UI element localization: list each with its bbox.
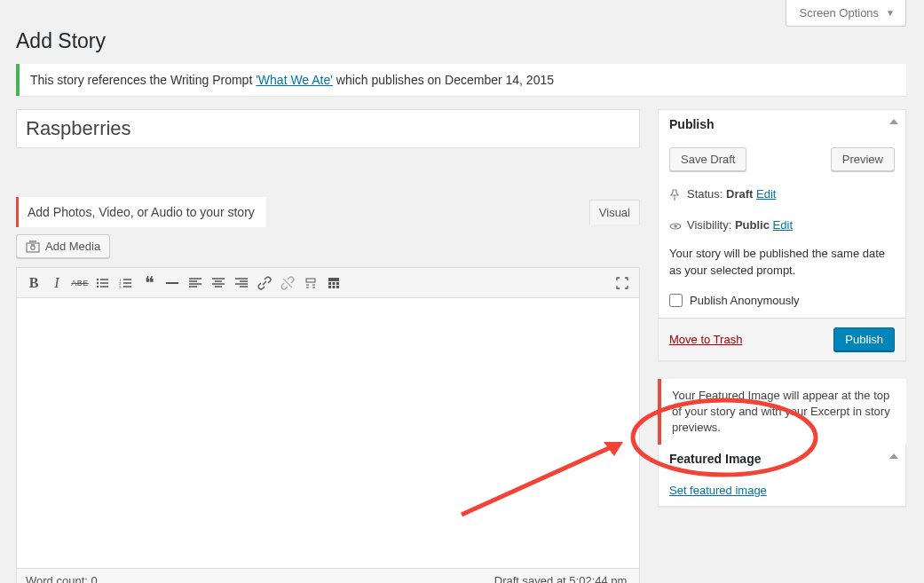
publish-anonymous-label: Publish Anonymously [690,294,800,307]
add-media-label: Add Media [45,240,100,253]
collapse-icon[interactable] [889,453,898,459]
svg-text:3: 3 [119,285,122,289]
notice-suffix: which publishes on December 14, 2015 [333,73,554,87]
editor-toolbar: B I ABE 123 ❝ [16,267,640,298]
add-media-button[interactable]: Add Media [16,234,110,258]
svg-rect-12 [336,282,339,285]
visibility-value: Public [735,218,770,232]
eye-icon [669,220,687,233]
link-button[interactable] [253,272,276,295]
svg-rect-14 [333,286,336,288]
svg-point-2 [97,278,99,280]
svg-rect-10 [328,282,331,285]
fullscreen-button[interactable] [611,272,634,295]
title-input[interactable] [16,109,640,148]
page-title: Add Story [16,29,906,53]
hr-button[interactable] [161,272,184,295]
publish-box-title: Publish [669,117,715,131]
collapse-icon[interactable] [889,119,898,124]
svg-rect-8 [306,279,315,282]
featured-image-box: Featured Image Set featured image [658,445,906,507]
visibility-edit-link[interactable]: Edit [773,218,793,232]
publish-anonymous-checkbox[interactable] [669,294,683,307]
notice-prefix: This story references the Writing Prompt [30,73,256,87]
blockquote-button[interactable]: ❝ [138,272,161,295]
svg-point-1 [31,245,35,248]
svg-rect-13 [328,286,331,288]
status-value: Draft [726,187,753,201]
align-center-button[interactable] [207,272,230,295]
screen-options-button[interactable]: Screen Options ▼ [786,0,906,27]
preview-button[interactable]: Preview [831,147,895,171]
strike-button[interactable]: ABE [68,272,91,295]
svg-rect-9 [328,278,339,281]
editor-status-bar: Word count: 0 Draft saved at 5:02:44 pm. [16,569,640,583]
featured-image-hint: Your Featured Image will appear at the t… [658,379,906,445]
svg-point-3 [97,281,99,283]
prompt-notice: This story references the Writing Prompt… [16,64,906,96]
screen-options-label: Screen Options [799,6,879,20]
status-edit-link[interactable]: Edit [756,187,776,201]
italic-button[interactable]: I [45,272,68,295]
numbered-list-button[interactable]: 123 [115,272,138,295]
featured-image-title: Featured Image [669,452,761,466]
align-right-button[interactable] [230,272,253,295]
content-editor[interactable] [16,298,640,569]
align-left-button[interactable] [184,272,207,295]
more-button[interactable] [299,272,322,295]
publish-date-text: Your story will be published the same da… [659,240,905,288]
bullet-list-button[interactable] [91,272,115,295]
chevron-down-icon: ▼ [886,8,895,18]
draft-saved-time: Draft saved at 5:02:44 pm. [494,574,630,583]
media-hint: Add Photos, Video, or Audio to your stor… [16,197,266,227]
svg-point-4 [97,285,99,287]
tab-visual[interactable]: Visual [589,200,640,225]
save-draft-button[interactable]: Save Draft [669,147,746,171]
publish-box: Publish Save Draft Preview Status: Draft… [658,109,906,361]
word-count: Word count: 0 [26,574,98,583]
svg-rect-11 [333,282,336,285]
media-icon [26,240,40,253]
toolbar-toggle-button[interactable] [322,272,345,295]
notice-prompt-link[interactable]: 'What We Ate' [256,73,333,87]
svg-point-16 [674,225,677,228]
move-to-trash-link[interactable]: Move to Trash [669,333,742,346]
unlink-button[interactable] [276,272,299,295]
publish-button[interactable]: Publish [833,327,895,351]
bold-button[interactable]: B [22,272,45,295]
svg-rect-15 [336,286,339,288]
pin-icon [669,189,687,204]
set-featured-image-link[interactable]: Set featured image [669,482,767,497]
